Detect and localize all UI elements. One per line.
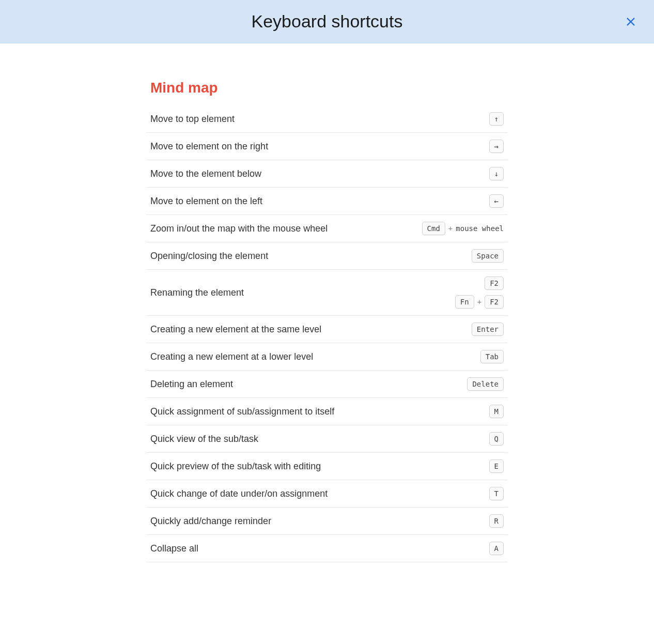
shortcut-row: Quick change of date under/on assignment… (146, 480, 508, 508)
keyboard-key: Enter (472, 323, 504, 336)
shortcut-label: Move to top element (150, 114, 489, 125)
shortcut-label: Quick preview of the sub/task with editi… (150, 461, 489, 472)
shortcut-keys-group: E (489, 459, 504, 473)
shortcut-keys-group: M (489, 405, 504, 418)
shortcut-label: Creating a new element at the same level (150, 324, 472, 335)
shortcut-keys-group: R (489, 514, 504, 528)
keyboard-key: Delete (467, 377, 504, 391)
shortcut-combo: E (489, 459, 504, 473)
shortcut-combo: → (489, 140, 504, 153)
shortcut-label: Move to the element below (150, 168, 489, 179)
shortcut-label: Move to element on the right (150, 141, 489, 152)
keyboard-key: F2 (485, 295, 504, 309)
shortcut-row: Quick view of the sub/taskQ (146, 425, 508, 453)
shortcut-combo: ← (489, 194, 504, 208)
section-title: Mind map (146, 80, 508, 96)
shortcut-row: Zoom in/out the map with the mouse wheel… (146, 215, 508, 242)
shortcut-keys-group: T (489, 487, 504, 500)
shortcuts-content: Mind map Move to top element↑Move to ele… (146, 43, 508, 578)
shortcut-row: Quick assignment of sub/assignment to it… (146, 398, 508, 425)
keyboard-key: Tab (480, 350, 504, 363)
shortcut-combo: Space (472, 249, 504, 263)
shortcut-combo: Cmd+mouse wheel (422, 222, 504, 235)
shortcut-row: Renaming the elementF2Fn+F2 (146, 270, 508, 316)
shortcut-list: Move to top element↑Move to element on t… (146, 105, 508, 562)
keyboard-key: ↑ (489, 112, 504, 126)
shortcut-combo: Tab (480, 350, 504, 363)
shortcut-label: Quick view of the sub/task (150, 434, 489, 444)
shortcut-keys-group: A (489, 542, 504, 555)
keyboard-key: Q (489, 432, 504, 446)
keyboard-key: T (489, 487, 504, 500)
shortcut-row: Creating a new element at a lower levelT… (146, 343, 508, 371)
keyboard-key: M (489, 405, 504, 418)
plus-separator: + (448, 224, 453, 233)
shortcut-keys-group: Q (489, 432, 504, 446)
shortcut-keys-group: Space (472, 249, 504, 263)
shortcut-label: Quick change of date under/on assignment (150, 488, 489, 499)
keyboard-key: Fn (455, 295, 474, 309)
keyboard-key: Cmd (422, 222, 445, 235)
shortcut-combo: Q (489, 432, 504, 446)
shortcut-keys-group: Enter (472, 323, 504, 336)
keyboard-key: ↓ (489, 167, 504, 180)
shortcut-combo: ↓ (489, 167, 504, 180)
shortcut-combo: A (489, 542, 504, 555)
shortcut-label: Opening/closing the element (150, 251, 472, 262)
keyboard-key: → (489, 140, 504, 153)
shortcut-label: Renaming the element (150, 287, 455, 298)
shortcut-row: Move to top element↑ (146, 105, 508, 133)
shortcut-combo: Fn+F2 (455, 295, 504, 309)
shortcut-label: Quick assignment of sub/assignment to it… (150, 406, 489, 417)
shortcut-keys-group: → (489, 140, 504, 153)
shortcut-label: Move to element on the left (150, 196, 489, 207)
shortcut-keys-group: ↓ (489, 167, 504, 180)
shortcut-combo: F2 (485, 277, 504, 290)
shortcut-label: Quickly add/change reminder (150, 516, 489, 527)
shortcut-combo: Enter (472, 323, 504, 336)
shortcut-keys-group: ↑ (489, 112, 504, 126)
plus-separator: + (477, 298, 481, 306)
shortcut-combo: T (489, 487, 504, 500)
dialog-header: Keyboard shortcuts (0, 0, 654, 43)
shortcut-keys-group: Cmd+mouse wheel (422, 222, 504, 235)
shortcut-row: Move to element on the right→ (146, 133, 508, 160)
shortcut-keys-group: ← (489, 194, 504, 208)
shortcut-row: Quickly add/change reminderR (146, 508, 508, 535)
shortcut-row: Deleting an elementDelete (146, 371, 508, 398)
shortcut-row: Move to element on the left← (146, 188, 508, 215)
dialog-title: Keyboard shortcuts (252, 11, 403, 32)
shortcut-row: Opening/closing the elementSpace (146, 242, 508, 270)
shortcut-combo: M (489, 405, 504, 418)
keyboard-key: R (489, 514, 504, 528)
close-icon (625, 16, 636, 27)
shortcut-row: Collapse allA (146, 535, 508, 562)
shortcut-row: Creating a new element at the same level… (146, 316, 508, 343)
shortcut-label: Collapse all (150, 543, 489, 554)
shortcut-combo: R (489, 514, 504, 528)
keyboard-key: Space (472, 249, 504, 263)
keyboard-key: A (489, 542, 504, 555)
keyboard-key: E (489, 459, 504, 473)
shortcut-label: Creating a new element at a lower level (150, 351, 480, 362)
shortcut-keys-group: F2Fn+F2 (455, 277, 504, 309)
keyboard-key: ← (489, 194, 504, 208)
shortcut-keys-group: Delete (467, 377, 504, 391)
keyboard-plain-text: mouse wheel (456, 224, 504, 233)
shortcut-label: Deleting an element (150, 379, 467, 390)
shortcut-label: Zoom in/out the map with the mouse wheel (150, 223, 422, 234)
close-button[interactable] (622, 13, 640, 30)
shortcut-keys-group: Tab (480, 350, 504, 363)
shortcut-row: Move to the element below↓ (146, 160, 508, 188)
keyboard-key: F2 (485, 277, 504, 290)
shortcut-combo: Delete (467, 377, 504, 391)
shortcut-row: Quick preview of the sub/task with editi… (146, 453, 508, 480)
shortcut-combo: ↑ (489, 112, 504, 126)
